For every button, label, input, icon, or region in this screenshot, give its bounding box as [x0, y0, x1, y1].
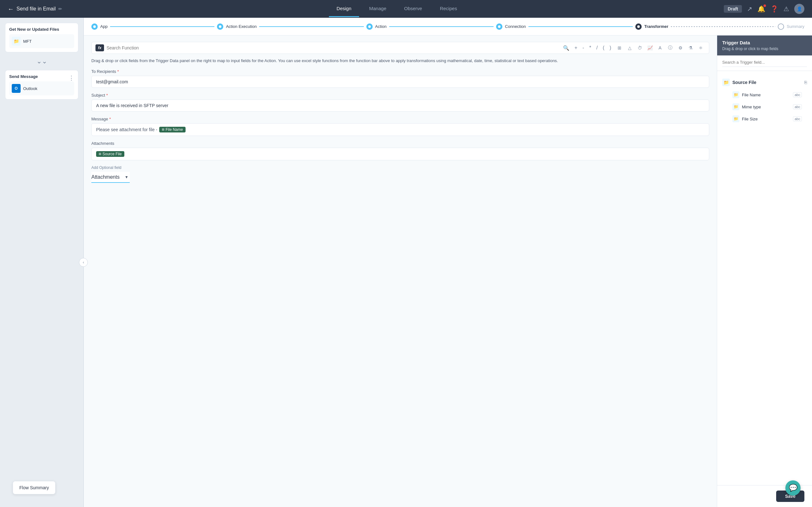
trigger-item-filesize[interactable]: 📁 File Size abc [722, 113, 807, 125]
step-dot-transformer [635, 23, 642, 30]
optional-field-section: Add Optional field Attachments ▼ [91, 165, 709, 183]
optional-select[interactable]: Attachments [91, 172, 130, 183]
trigger-title: Trigger Data [722, 40, 807, 45]
trigger-subtitle: Drag & drop or click to map fields [722, 47, 807, 51]
mft-label: MFT [23, 39, 32, 44]
line-chart-icon[interactable]: 📈 [646, 43, 654, 52]
chat-icon: 💬 [789, 484, 798, 492]
chart-icon[interactable]: △ [625, 43, 634, 52]
attachments-input-area[interactable]: ⊞ Source File [91, 148, 709, 160]
trigger-section-header[interactable]: 📁 Source File ⎘ [722, 76, 807, 89]
table-icon[interactable]: ⊞ [615, 43, 624, 52]
optional-label: Add Optional field [91, 165, 709, 170]
trigger-panel: Trigger Data Drag & drop or click to map… [717, 36, 812, 507]
outlook-label: Outlook [23, 86, 38, 91]
info-icon[interactable]: ⓘ [666, 43, 675, 52]
message-input-area[interactable]: Please see attachment for file - ⊞ File … [91, 123, 709, 136]
warning-icon[interactable]: ⚠ [783, 5, 789, 13]
message-field: Message * Please see attachment for file… [91, 117, 709, 136]
attachments-chip-sourcefile[interactable]: ⊞ Source File [96, 151, 124, 157]
back-button[interactable]: ← Send file in Email ✏ [8, 5, 62, 13]
search-icon[interactable]: 🔍 [562, 44, 571, 52]
chip-icon: ⊞ [162, 128, 164, 131]
divide-operator[interactable]: / [595, 44, 599, 51]
tab-manage[interactable]: Manage [362, 1, 394, 17]
mimetype-label: Mime type [742, 105, 791, 109]
action-item-outlook[interactable]: O Outlook [9, 81, 74, 95]
step-label-connection: Connection [505, 24, 526, 29]
form-panel: fx 🔍 + - * / ( ) ⊞ △ ⏱ 📈 A ⓘ [84, 36, 717, 507]
flow-summary-button[interactable]: Flow Summary [13, 481, 55, 494]
step-action[interactable]: Action [366, 23, 387, 30]
expand-icon[interactable]: ⌄⌄ [5, 56, 78, 66]
recipients-label: To Recipients * [91, 69, 709, 74]
copy-icon[interactable]: ⎘ [804, 80, 807, 85]
filename-type: abc [793, 92, 802, 97]
outlook-icon: O [12, 84, 20, 93]
recipients-field: To Recipients * [91, 69, 709, 88]
step-connection[interactable]: Connection [496, 23, 526, 30]
message-chip-filename[interactable]: ⊞ File Name [159, 127, 186, 132]
fx-badge[interactable]: fx [96, 44, 104, 51]
instruction-text: Drag & drop or click fields from the Tri… [91, 58, 709, 64]
step-line-1 [110, 26, 214, 27]
function-input[interactable] [107, 45, 559, 50]
filename-label: File Name [742, 93, 791, 97]
sidebar-collapse-toggle[interactable]: ‹ [79, 258, 88, 267]
minus-operator[interactable]: - [581, 44, 585, 51]
multiply-operator[interactable]: * [588, 44, 593, 51]
text-icon[interactable]: A [656, 43, 664, 52]
tab-design[interactable]: Design [329, 1, 359, 17]
step-bar: App Action Execution Action Connection [84, 18, 812, 36]
step-line-4 [528, 26, 633, 27]
step-dot-action [366, 23, 373, 30]
top-navigation: ← Send file in Email ✏ Design Manage Obs… [0, 0, 812, 18]
external-link-icon[interactable]: ↗ [747, 5, 752, 13]
content-area: fx 🔍 + - * / ( ) ⊞ △ ⏱ 📈 A ⓘ [84, 36, 812, 507]
help-icon[interactable]: ❓ [770, 5, 778, 13]
recipients-input[interactable] [91, 76, 709, 88]
recipients-required: * [117, 69, 119, 74]
trigger-search-input[interactable] [722, 60, 807, 67]
mimetype-icon: 📁 [732, 103, 740, 110]
step-transformer[interactable]: Transformer [635, 23, 668, 30]
trigger-header: Trigger Data Drag & drop or click to map… [717, 36, 812, 55]
main-layout: Get New or Updated Files 📁 MFT ⌄⌄ Send M… [0, 18, 812, 507]
close-paren-operator[interactable]: ) [608, 44, 612, 51]
message-required: * [109, 117, 111, 121]
source-file-section-icon: 📁 [722, 78, 730, 86]
step-summary[interactable]: Summary [778, 23, 804, 30]
attachment-chip-icon: ⊞ [99, 152, 101, 156]
step-label-app: App [100, 24, 107, 29]
trigger-item-filename[interactable]: 📁 File Name abc [722, 89, 807, 101]
settings-icon[interactable]: ⚙ [676, 43, 685, 52]
step-app[interactable]: App [91, 23, 107, 30]
avatar[interactable]: 👤 [794, 4, 804, 14]
trigger-block: Get New or Updated Files 📁 MFT [5, 23, 78, 52]
clock-icon[interactable]: ⏱ [635, 43, 644, 52]
bell-icon[interactable]: 🔔 [757, 5, 765, 13]
step-line-2 [259, 26, 363, 27]
action-more-icon[interactable]: ⋮ [68, 74, 74, 81]
step-action-execution[interactable]: Action Execution [217, 23, 257, 30]
chat-button[interactable]: 💬 [785, 481, 801, 496]
trigger-item-mimetype[interactable]: 📁 Mime type abc [722, 101, 807, 113]
toolbar-icons: ⊞ △ ⏱ 📈 A ⓘ ⚙ ⚗ ⚛ [615, 43, 705, 52]
filesize-label: File Size [742, 117, 791, 121]
step-label-action-execution: Action Execution [226, 24, 257, 29]
plus-operator[interactable]: + [573, 44, 578, 51]
subject-input[interactable] [91, 100, 709, 112]
tab-observe[interactable]: Observe [397, 1, 430, 17]
subject-required: * [106, 93, 108, 98]
step-dot-action-execution [217, 23, 223, 30]
tab-recipes[interactable]: Recipes [432, 1, 465, 17]
left-sidebar: Get New or Updated Files 📁 MFT ⌄⌄ Send M… [0, 18, 84, 507]
edit-icon[interactable]: ✏ [58, 6, 62, 11]
trigger-block-title: Get New or Updated Files [9, 27, 74, 32]
filter-icon[interactable]: ⚗ [686, 43, 695, 52]
back-arrow-icon: ← [8, 5, 14, 13]
trigger-item-mft[interactable]: 📁 MFT [9, 34, 74, 48]
open-paren-operator[interactable]: ( [601, 44, 606, 51]
filesize-icon: 📁 [732, 115, 740, 122]
advanced-icon[interactable]: ⚛ [696, 43, 705, 52]
